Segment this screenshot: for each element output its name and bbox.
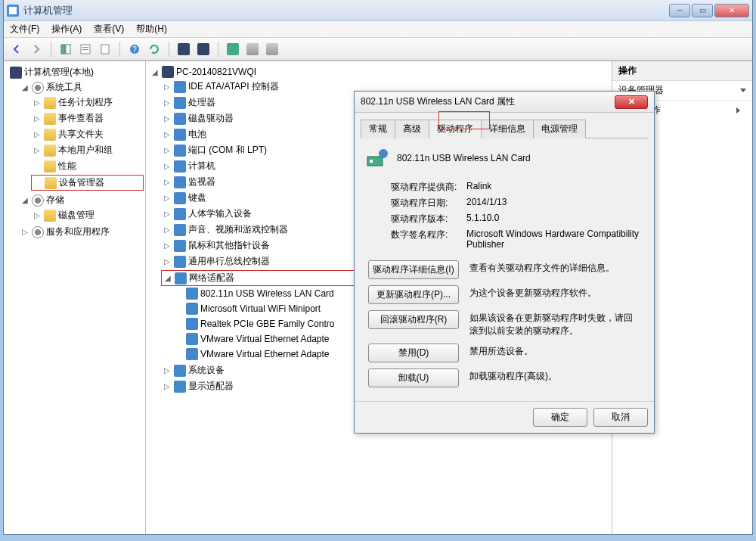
properties-button[interactable]: [77, 41, 94, 58]
tree-item[interactable]: 设备管理器: [31, 175, 144, 191]
info-value: 2014/1/13: [466, 197, 648, 210]
app-icon: [7, 5, 19, 17]
driver-action-button[interactable]: 驱动程序详细信息(I): [368, 260, 459, 279]
category-icon: [174, 81, 186, 93]
toolbar: ?: [4, 38, 752, 61]
category-icon: [174, 381, 186, 393]
dialog-titlebar[interactable]: 802.11n USB Wireless LAN Card 属性 ✕: [355, 92, 654, 113]
category-icon: [174, 176, 186, 188]
tab-4[interactable]: 电源管理: [533, 120, 586, 138]
show-hide-tree-button[interactable]: [57, 41, 74, 58]
category-icon: [174, 97, 186, 109]
svg-rect-4: [82, 49, 88, 50]
tree-group[interactable]: ▷服务和应用程序: [19, 225, 144, 239]
titlebar: 计算机管理 ─ ▭ ✕: [4, 0, 752, 21]
menubar: 文件(F) 操作(A) 查看(V) 帮助(H): [4, 21, 752, 38]
category-icon: [174, 113, 186, 125]
tree-group[interactable]: ◢系统工具: [19, 80, 144, 95]
dialog-title-text: 802.11n USB Wireless LAN Card 属性: [361, 95, 515, 108]
driver-action-desc: 为这个设备更新驱动程序软件。: [469, 285, 640, 300]
svg-point-9: [379, 149, 388, 158]
svg-rect-5: [101, 45, 109, 54]
driver-action-desc: 查看有关驱动程序文件的详细信息。: [469, 260, 640, 275]
refresh-button[interactable]: [146, 41, 163, 58]
tree-item[interactable]: 性能: [31, 159, 144, 173]
info-value: 5.1.10.0: [466, 213, 648, 225]
dialog-close-button[interactable]: ✕: [615, 95, 648, 109]
driver-action-button[interactable]: 禁用(D): [368, 344, 459, 362]
category-icon: [174, 240, 186, 252]
maximize-button[interactable]: ▭: [692, 4, 713, 17]
adapter-icon: [186, 318, 198, 330]
computer-icon: [10, 67, 22, 79]
caret-right-icon: [736, 107, 740, 113]
svg-rect-10: [370, 160, 373, 163]
forward-button[interactable]: [28, 41, 45, 58]
category-icon: [174, 192, 186, 204]
info-key: 驱动程序日期:: [391, 197, 466, 210]
adapter-icon: [186, 288, 198, 300]
tree-item[interactable]: ▷本地用户和组: [31, 143, 144, 157]
svg-rect-1: [66, 45, 70, 54]
cancel-button[interactable]: 取消: [593, 408, 648, 427]
item-icon: [44, 97, 56, 109]
tab-3[interactable]: 详细信息: [481, 120, 534, 138]
category-icon: [174, 365, 186, 377]
category-icon: [174, 160, 186, 173]
info-key: 驱动程序版本:: [391, 213, 466, 225]
menu-view[interactable]: 查看(V): [94, 23, 124, 36]
minimize-button[interactable]: ─: [669, 4, 690, 17]
driver-action-button[interactable]: 卸载(U): [368, 368, 459, 387]
category-icon: [174, 224, 186, 236]
close-button[interactable]: ✕: [714, 4, 749, 17]
tree-item[interactable]: ▷磁盘管理: [31, 208, 144, 222]
show-by-type-button[interactable]: [195, 41, 212, 58]
category-icon: [174, 256, 186, 268]
properties-dialog: 802.11n USB Wireless LAN Card 属性 ✕ 常规高级驱…: [354, 91, 655, 434]
left-tree[interactable]: 计算机管理(本地) ◢系统工具▷任务计划程序▷事件查看器▷共享文件夹▷本地用户和…: [4, 61, 146, 534]
info-key: 数字签名程序:: [391, 229, 466, 250]
tab-1[interactable]: 高级: [395, 120, 429, 138]
tab-0[interactable]: 常规: [361, 120, 395, 138]
scan-hw-button[interactable]: [175, 41, 192, 58]
adapter-icon: [186, 303, 198, 315]
group-icon: [32, 194, 44, 207]
dialog-tabs: 常规高级驱动程序详细信息电源管理: [361, 119, 648, 138]
svg-rect-3: [82, 47, 88, 48]
help-button[interactable]: ?: [126, 41, 143, 58]
info-value: Ralink: [466, 181, 648, 194]
update-driver-icon[interactable]: [225, 41, 241, 58]
adapter-icon: [186, 333, 198, 345]
adapter-icon: [186, 348, 198, 360]
item-icon: [44, 113, 56, 125]
menu-file[interactable]: 文件(F): [10, 23, 39, 36]
info-value: Microsoft Windows Hardware Compatibility…: [466, 229, 648, 250]
back-button[interactable]: [8, 41, 25, 58]
tree-item[interactable]: ▷事件查看器: [31, 111, 144, 126]
category-icon: [174, 145, 186, 157]
svg-text:?: ?: [132, 45, 137, 54]
pc-icon: [162, 66, 174, 78]
group-icon: [32, 82, 44, 94]
menu-action[interactable]: 操作(A): [51, 23, 82, 36]
driver-action-button[interactable]: 回滚驱动程序(R): [368, 310, 459, 329]
tree-group[interactable]: ◢存储: [19, 193, 144, 207]
export-button[interactable]: [97, 41, 113, 58]
window-title: 计算机管理: [23, 4, 73, 17]
tree-item[interactable]: ▷共享文件夹: [31, 127, 144, 141]
disable-icon[interactable]: [264, 41, 280, 58]
category-icon: [175, 272, 187, 284]
driver-action-desc: 如果该设备在更新驱动程序时失败，请回滚到以前安装的驱动程序。: [469, 310, 640, 337]
driver-action-button[interactable]: 更新驱动程序(P)...: [368, 285, 459, 304]
device-name: 802.11n USB Wireless LAN Card: [397, 153, 531, 163]
tree-item[interactable]: ▷任务计划程序: [31, 95, 144, 110]
tree-root[interactable]: 计算机管理(本地): [7, 65, 144, 79]
device-root[interactable]: ◢ PC-20140821VWQI: [149, 65, 610, 79]
menu-help[interactable]: 帮助(H): [136, 23, 167, 36]
ok-button[interactable]: 确定: [533, 408, 587, 427]
item-icon: [44, 210, 56, 222]
item-icon: [44, 129, 56, 141]
driver-action-desc: 禁用所选设备。: [469, 344, 640, 358]
uninstall-icon[interactable]: [244, 41, 261, 58]
tab-2[interactable]: 驱动程序: [429, 120, 482, 138]
